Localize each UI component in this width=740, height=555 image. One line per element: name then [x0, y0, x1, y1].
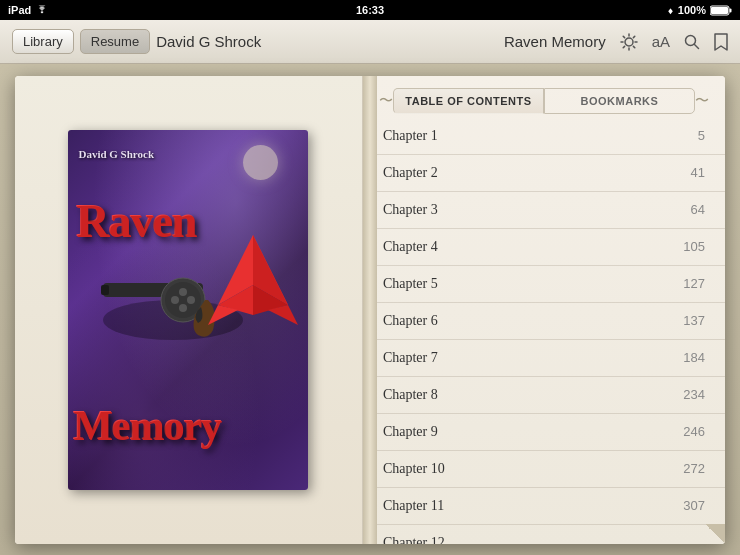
chapter-name: Chapter 6 [383, 313, 438, 329]
chapter-name: Chapter 1 [383, 128, 438, 144]
search-icon[interactable] [684, 34, 700, 50]
svg-point-20 [179, 304, 187, 312]
chapter-page: 5 [698, 128, 705, 143]
chapter-name: Chapter 5 [383, 276, 438, 292]
chapter-list: Chapter 15Chapter 241Chapter 364Chapter … [363, 114, 725, 544]
bluetooth-icon: ⬧ [667, 4, 674, 16]
author-title: David G Shrock [156, 33, 261, 50]
font-size-icon[interactable]: aA [652, 33, 670, 50]
chapter-name: Chapter 8 [383, 387, 438, 403]
svg-line-10 [633, 36, 634, 37]
table-row[interactable]: Chapter 7184 [363, 340, 725, 377]
tab-bookmarks[interactable]: BOOKMARKS [544, 88, 695, 114]
library-button[interactable]: Library [12, 29, 74, 54]
table-row[interactable]: Chapter 6137 [363, 303, 725, 340]
chapter-name: Chapter 12 [383, 535, 445, 544]
chapter-name: Chapter 3 [383, 202, 438, 218]
chapter-page: 184 [683, 350, 705, 365]
svg-rect-1 [730, 8, 732, 12]
chapter-page: 127 [683, 276, 705, 291]
cover-title-raven: Raven [76, 195, 196, 248]
chapter-page: 307 [683, 498, 705, 513]
svg-point-19 [187, 296, 195, 304]
left-page: David G Shrock Raven [15, 76, 363, 544]
book: David G Shrock Raven [15, 76, 725, 544]
chapter-page: ... [694, 535, 705, 544]
table-row[interactable]: Chapter 8234 [363, 377, 725, 414]
svg-rect-22 [101, 285, 109, 295]
svg-line-11 [623, 46, 624, 47]
svg-line-9 [633, 46, 634, 47]
svg-line-13 [695, 44, 699, 48]
table-row[interactable]: Chapter 15 [363, 118, 725, 155]
brightness-icon[interactable] [620, 33, 638, 51]
svg-point-3 [625, 38, 633, 46]
toc-tabs: TABLE OF CONTENTS BOOKMARKS [363, 76, 725, 114]
chapter-page: 234 [683, 387, 705, 402]
origami-bird [208, 225, 298, 335]
status-right: ⬧ 100% [667, 4, 732, 16]
table-row[interactable]: Chapter 12... [363, 525, 725, 544]
status-left: iPad [8, 4, 49, 16]
nav-left: Library Resume David G Shrock [12, 29, 261, 54]
table-row[interactable]: Chapter 5127 [363, 266, 725, 303]
chapter-page: 246 [683, 424, 705, 439]
tab-toc[interactable]: TABLE OF CONTENTS [393, 88, 544, 114]
chapter-name: Chapter 2 [383, 165, 438, 181]
svg-line-8 [623, 36, 624, 37]
right-page: TABLE OF CONTENTS BOOKMARKS Chapter 15Ch… [363, 76, 725, 544]
chapter-name: Chapter 9 [383, 424, 438, 440]
chapter-page: 105 [683, 239, 705, 254]
cover-title-memory: Memory [73, 402, 221, 450]
svg-point-21 [171, 296, 179, 304]
table-row[interactable]: Chapter 10272 [363, 451, 725, 488]
svg-point-18 [179, 288, 187, 296]
chapter-name: Chapter 10 [383, 461, 445, 477]
book-title: Raven Memory [504, 33, 606, 50]
chapter-name: Chapter 4 [383, 239, 438, 255]
main-content: David G Shrock Raven [0, 64, 740, 555]
chapter-page: 272 [683, 461, 705, 476]
resume-button[interactable]: Resume [80, 29, 150, 54]
table-row[interactable]: Chapter 11307 [363, 488, 725, 525]
book-cover[interactable]: David G Shrock Raven [68, 130, 308, 490]
svg-rect-2 [711, 7, 728, 14]
bookmark-icon[interactable] [714, 33, 728, 51]
svg-point-17 [165, 282, 201, 318]
nav-right: Raven Memory aA [504, 33, 728, 51]
chapter-page: 137 [683, 313, 705, 328]
table-row[interactable]: Chapter 4105 [363, 229, 725, 266]
status-bar: iPad 16:33 ⬧ 100% [0, 0, 740, 20]
battery-text: 100% [678, 4, 706, 16]
wifi-icon [35, 5, 49, 15]
chapter-page: 64 [691, 202, 705, 217]
chapter-page: 41 [691, 165, 705, 180]
chapter-name: Chapter 11 [383, 498, 444, 514]
nav-bar: Library Resume David G Shrock Raven Memo… [0, 20, 740, 64]
table-row[interactable]: Chapter 241 [363, 155, 725, 192]
cover-author: David G Shrock [78, 148, 154, 160]
carrier-text: iPad [8, 4, 31, 16]
table-row[interactable]: Chapter 9246 [363, 414, 725, 451]
moon-decoration [243, 145, 278, 180]
status-time: 16:33 [356, 4, 384, 16]
chapter-name: Chapter 7 [383, 350, 438, 366]
battery-icon [710, 5, 732, 16]
table-row[interactable]: Chapter 364 [363, 192, 725, 229]
